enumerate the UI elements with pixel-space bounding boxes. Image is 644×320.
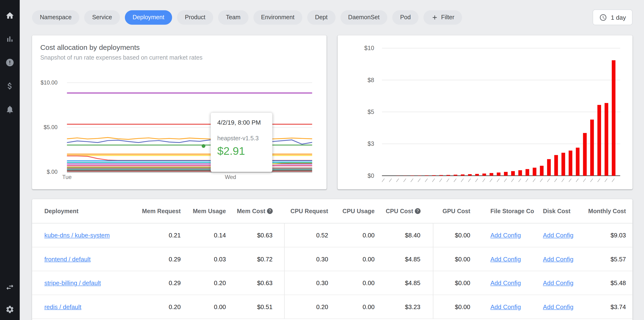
cost-bar[interactable]	[511, 171, 515, 176]
add-config-link[interactable]: Add Config	[543, 255, 574, 262]
cost-bar[interactable]	[526, 169, 529, 176]
cost-bar[interactable]	[540, 166, 544, 176]
add-config-link[interactable]: Add Config	[490, 303, 521, 310]
x-tick	[612, 179, 614, 182]
x-tick	[590, 179, 593, 182]
x-tick	[547, 179, 550, 182]
series-line[interactable]	[67, 140, 312, 145]
time-range-button[interactable]: 1 day	[593, 10, 633, 25]
x-tick	[605, 179, 607, 182]
nav-home-button[interactable]	[5, 11, 15, 21]
cost-bar[interactable]	[562, 153, 565, 176]
cost-bar[interactable]	[590, 120, 594, 176]
x-tick	[504, 179, 506, 182]
help-icon[interactable]: ?	[415, 208, 420, 214]
cost-bar[interactable]	[518, 170, 522, 176]
nav-swap-button[interactable]	[5, 282, 15, 292]
filter-chip-environment[interactable]: Environment	[253, 10, 302, 25]
y-tick-label: $10	[364, 45, 374, 51]
cost-bar[interactable]	[432, 175, 436, 176]
cost-bar[interactable]	[612, 60, 616, 176]
y-tick-label: $3	[368, 140, 374, 147]
card-subtitle: Snapshot of run rate expenses based on c…	[40, 54, 202, 61]
filter-chip-dept[interactable]: Dept	[307, 10, 336, 25]
filter-chips: NamespaceServiceDeploymentProductTeamEnv…	[32, 10, 462, 25]
column-header-label: Deployment	[44, 208, 78, 214]
filter-chip-deployment[interactable]: Deployment	[125, 10, 172, 25]
value-cell: 0.20	[139, 295, 184, 319]
cost-bar[interactable]	[396, 176, 400, 176]
filter-chip-namespace[interactable]: Namespace	[32, 10, 79, 25]
x-tick	[518, 179, 521, 182]
cost-bar[interactable]	[410, 176, 414, 176]
value-cell: $3.23	[378, 295, 433, 319]
settings-gear-icon	[6, 305, 14, 314]
deployment-link[interactable]: stripe-billing / default	[44, 279, 101, 286]
nav-reports-button[interactable]	[5, 34, 15, 44]
nav-alerts-button[interactable]	[5, 58, 15, 68]
add-config-link[interactable]: Add Config	[543, 303, 574, 310]
cost-bar[interactable]	[533, 168, 536, 176]
highlight-point[interactable]	[202, 144, 206, 148]
value-cell: $0.00	[433, 247, 474, 271]
deployment-link[interactable]: kube-dns / kube-system	[44, 232, 110, 239]
cost-bar[interactable]	[418, 176, 422, 176]
x-tick	[583, 179, 586, 182]
bar-chart[interactable]: $0$3$5$8$10	[338, 35, 633, 189]
x-tick	[432, 179, 434, 182]
cost-bar[interactable]	[475, 174, 479, 176]
cost-bar[interactable]	[468, 174, 472, 176]
series-line[interactable]	[67, 137, 312, 139]
value-cell: 0.30	[284, 271, 332, 295]
value-cell: 0.00	[184, 295, 229, 319]
cost-bar[interactable]	[547, 159, 551, 176]
cost-bar[interactable]	[490, 173, 493, 176]
value-cell: 0.14	[184, 223, 229, 247]
add-config-link[interactable]: Add Config	[543, 279, 574, 286]
nav-notifications-button[interactable]	[5, 104, 15, 114]
x-tick	[569, 179, 571, 182]
cost-bar[interactable]	[403, 176, 407, 176]
value-cell: $3.74	[578, 295, 632, 319]
add-filter-label: Filter	[441, 14, 454, 21]
add-config-link[interactable]: Add Config	[490, 279, 521, 286]
cost-bar[interactable]	[554, 155, 558, 176]
config-cell: Add Config	[474, 271, 526, 295]
x-tick	[576, 179, 578, 182]
series-line[interactable]	[67, 156, 312, 161]
cost-bar[interactable]	[425, 176, 428, 176]
deployment-link[interactable]: redis / default	[44, 303, 81, 310]
x-tick	[483, 179, 485, 182]
cost-bar[interactable]	[497, 173, 501, 176]
nav-savings-button[interactable]	[5, 81, 15, 91]
filter-chip-service[interactable]: Service	[84, 10, 120, 25]
filter-chip-team[interactable]: Team	[218, 10, 248, 25]
filter-chip-pod[interactable]: Pod	[392, 10, 419, 25]
nav-settings-button[interactable]	[5, 304, 15, 314]
cost-bar[interactable]	[504, 172, 508, 176]
cost-bar[interactable]	[454, 175, 458, 176]
add-config-link[interactable]: Add Config	[490, 255, 521, 262]
help-icon[interactable]: ?	[267, 208, 273, 214]
x-tick	[461, 179, 464, 182]
value-cell: $0.51	[229, 295, 284, 319]
filter-chip-daemonset[interactable]: DaemonSet	[340, 10, 388, 25]
cost-bar[interactable]	[446, 175, 450, 176]
filter-chip-product[interactable]: Product	[177, 10, 213, 25]
cost-bar[interactable]	[569, 150, 572, 176]
cost-bar[interactable]	[597, 105, 601, 176]
dollar-icon	[6, 81, 14, 90]
column-header-mem-usage: Mem Usage	[184, 199, 229, 223]
cost-bar[interactable]	[605, 103, 608, 176]
cost-bar[interactable]	[461, 175, 465, 176]
cost-bar[interactable]	[482, 174, 486, 176]
add-config-link[interactable]: Add Config	[490, 232, 521, 239]
cost-bar[interactable]	[439, 175, 443, 176]
cost-bar[interactable]	[583, 133, 587, 176]
add-config-link[interactable]: Add Config	[543, 232, 574, 239]
column-header-label: CPU Request	[290, 208, 328, 214]
deployment-link[interactable]: frontend / default	[44, 255, 90, 262]
value-cell: $0.63	[229, 271, 284, 295]
add-filter-chip[interactable]: Filter	[424, 10, 462, 25]
cost-bar[interactable]	[576, 148, 580, 176]
